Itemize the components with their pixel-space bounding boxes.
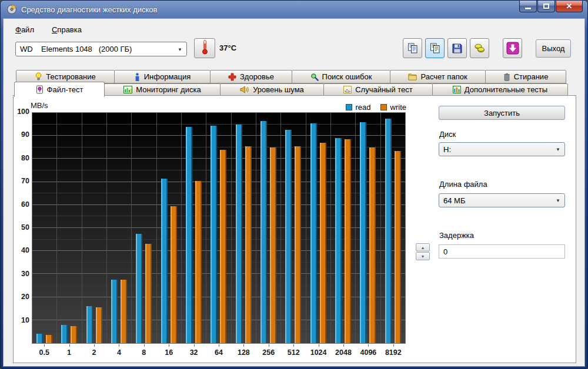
start-button[interactable]: Запустить <box>439 106 565 120</box>
tab-disk-monitoring[interactable]: Мониторинг диска <box>104 83 220 96</box>
read-bar-1 <box>61 325 68 343</box>
x-tick-4096 <box>368 344 369 347</box>
file-length-label: Длина файла <box>439 180 487 189</box>
y-tick-label-90: 90 <box>14 130 29 139</box>
tab-noise-level[interactable]: Уровень шума <box>220 83 324 96</box>
copy-icon <box>407 42 419 54</box>
tab-label: Расчет папок <box>420 72 467 81</box>
write-bar-512 <box>295 146 301 343</box>
thermometer-icon <box>201 39 209 57</box>
folder-icon <box>408 73 417 80</box>
window-title: Средство диагностики жестких дисков <box>21 5 157 14</box>
bar-group-128 <box>232 113 256 343</box>
legend-label-read: read <box>356 103 371 112</box>
maximize-icon <box>543 4 549 9</box>
y-tick-label-60: 60 <box>14 200 29 209</box>
extra-tests-icon <box>453 86 461 93</box>
minimize-button[interactable] <box>519 1 537 12</box>
noise-icon <box>240 86 249 93</box>
tab-label: Стирание <box>514 72 549 81</box>
copy-report-button[interactable] <box>403 38 422 58</box>
chevron-down-icon: ▼ <box>556 147 560 152</box>
menu-bar: ФайлСправка <box>12 24 85 36</box>
tab-label: Здоровье <box>240 72 274 81</box>
delay-label: Задержка <box>439 231 474 240</box>
bar-group-16 <box>157 113 182 343</box>
tab-additional-tests[interactable]: Дополнительные тесты <box>432 83 568 96</box>
exit-button[interactable]: Выход <box>536 39 571 58</box>
x-tick-4 <box>119 344 119 347</box>
bar-group-256 <box>256 113 281 343</box>
tab-random-test[interactable]: Случайный тест <box>323 83 433 96</box>
tab-information[interactable]: Информация <box>114 70 211 83</box>
copy-color-icon <box>429 42 441 54</box>
file-length-select-value: 64 МБ <box>443 196 465 205</box>
spinner-up-button[interactable]: ▲ <box>416 243 430 251</box>
read-bar-512 <box>285 130 292 343</box>
write-bar-128 <box>245 146 252 343</box>
bar-group-1024 <box>306 113 331 343</box>
minimize-icon <box>525 8 531 9</box>
save-icon <box>452 43 463 54</box>
tab-error-scan[interactable]: Поиск ошибок <box>292 70 390 83</box>
tab-label: Уровень шума <box>253 85 304 94</box>
y-tick-label-80: 80 <box>14 154 29 162</box>
device-select-value: WD Elements 1048 (2000 ГБ) <box>20 45 132 53</box>
tab-erase[interactable]: Стирание <box>485 70 566 83</box>
bar-group-0.5 <box>32 113 57 343</box>
bar-group-2 <box>82 113 107 343</box>
download-icon <box>506 42 519 55</box>
x-tick-512 <box>293 344 294 347</box>
x-tick-32 <box>194 344 195 347</box>
maximize-button[interactable] <box>537 1 555 12</box>
write-bar-2048 <box>345 139 351 343</box>
tab-label: Файл-тест <box>47 85 83 94</box>
tab-label: Информация <box>144 72 191 81</box>
read-bar-128 <box>236 125 242 343</box>
x-tick-64 <box>219 344 219 347</box>
tab-row-2: Файл-тестМониторинг дискаУровень шумаСлу… <box>14 83 568 96</box>
disk-report-button[interactable] <box>470 38 489 58</box>
read-bar-4096 <box>360 122 366 343</box>
spinner-down-button[interactable]: ▼ <box>416 252 430 260</box>
menu-item-help[interactable]: Справка <box>48 24 85 36</box>
read-bar-8192 <box>385 119 392 343</box>
y-tick-label-40: 40 <box>14 246 29 254</box>
read-bar-256 <box>260 121 267 343</box>
read-bar-1024 <box>310 123 317 343</box>
save-report-button[interactable] <box>447 38 467 58</box>
download-button[interactable] <box>503 38 522 58</box>
write-color-swatch <box>380 104 387 110</box>
close-button[interactable]: ✕ <box>556 1 583 12</box>
y-tick-label-20: 20 <box>14 293 29 301</box>
tab-file-test[interactable]: Файл-тест <box>14 82 105 97</box>
bar-group-32 <box>182 113 206 343</box>
temperature-button[interactable] <box>194 38 215 58</box>
chevron-up-icon: ▲ <box>421 246 425 250</box>
read-bar-2 <box>86 306 93 343</box>
write-bar-2 <box>96 307 102 343</box>
file-length-select[interactable]: 64 МБ ▼ <box>439 193 565 207</box>
delay-input[interactable] <box>439 244 565 259</box>
write-bar-8192 <box>395 151 401 343</box>
copy-colored-report-button[interactable] <box>425 38 445 58</box>
write-bar-4096 <box>369 147 376 343</box>
chevron-down-icon: ▼ <box>556 198 560 203</box>
tab-label: Тестирование <box>46 72 95 81</box>
bar-group-8 <box>132 113 156 343</box>
x-tick-128 <box>243 344 244 347</box>
legend-item-write: write <box>380 103 406 112</box>
bar-group-4096 <box>356 113 380 343</box>
device-select[interactable]: WD Elements 1048 (2000 ГБ) ▼ <box>15 42 187 56</box>
tab-folders-calc[interactable]: Расчет папок <box>390 70 486 83</box>
tab-health[interactable]: Здоровье <box>210 70 292 83</box>
x-tick-1 <box>69 344 70 347</box>
y-axis-unit-label: MB/s <box>31 101 48 110</box>
title-bar: Средство диагностики жестких дисков ✕ <box>1 1 587 18</box>
bar-group-512 <box>281 113 306 343</box>
tab-label: Мониторинг диска <box>136 85 201 94</box>
bar-group-4 <box>107 113 132 343</box>
disk-select[interactable]: H: ▼ <box>439 142 565 156</box>
x-tick-16 <box>169 344 169 347</box>
menu-item-file[interactable]: Файл <box>12 24 38 36</box>
